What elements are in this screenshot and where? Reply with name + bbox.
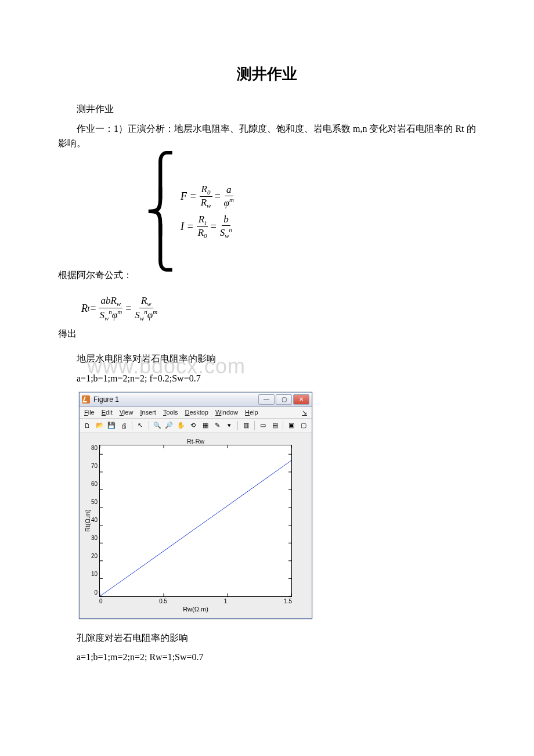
plot-area: Rt-Rw Rt(Ω.m) 80 70 60 50 40 30 20 10 0 — [80, 433, 312, 618]
section-heading: 孔隙度对岩石电阻率的影响 — [58, 631, 476, 646]
link-icon[interactable]: ▾ — [224, 420, 234, 431]
zoom-out-icon[interactable]: 🔎 — [164, 420, 175, 431]
minimize-button[interactable]: — — [258, 394, 275, 405]
x-axis-ticks: 0 0.5 1 1.5 — [99, 597, 292, 604]
save-icon[interactable]: 💾 — [107, 420, 117, 431]
section-heading: 地层水电阻率对岩石电阻率的影响 — [58, 351, 476, 366]
undock-icon[interactable]: ▢ — [298, 420, 309, 431]
x-axis-label: Rw(Ω.m) — [99, 604, 292, 613]
zoom-in-icon[interactable]: 🔍 — [152, 420, 163, 431]
y-axis-ticks: 80 70 60 50 40 30 20 10 0 — [91, 445, 99, 596]
archie-formula-block: ⎧⎨⎩ F = R0 Rw = a φm I = — [58, 157, 476, 267]
chart-title: Rt-Rw — [83, 437, 308, 445]
menu-insert[interactable]: Insert — [140, 409, 156, 416]
menu-overflow-icon[interactable]: ↘ — [302, 409, 307, 416]
pointer-icon[interactable]: ↖ — [135, 420, 146, 431]
params-line: a=1;b=1;m=2;n=2; f=0.2;Sw=0.7 — [58, 371, 476, 386]
menu-edit[interactable]: Edit — [102, 409, 113, 416]
menu-help[interactable]: Help — [245, 409, 258, 416]
chart-axes[interactable] — [99, 445, 292, 597]
params-line: a=1;b=1;m=2;n=2; Rw=1;Sw=0.7 — [58, 650, 476, 665]
dock-icon[interactable]: ▣ — [286, 420, 297, 431]
menu-view[interactable]: View — [120, 409, 134, 416]
open-icon[interactable]: 📂 — [95, 420, 105, 431]
menu-window[interactable]: Window — [215, 409, 238, 416]
toolbar: 🗋 📂 💾 🖨 ↖ 🔍 🔎 ✋ ⟲ ▦ ✎ ▾ ▥ ▭ ▤ ▣ ▢ — [80, 419, 312, 433]
menubar: File Edit View Insert Tools Desktop Wind… — [80, 407, 312, 419]
derive-label: 得出 — [58, 326, 476, 341]
rotate-icon[interactable]: ⟲ — [188, 420, 199, 431]
paragraph: 测井作业 — [58, 102, 476, 117]
paragraph: 作业一：1）正演分析：地层水电阻率、孔隙度、饱和度、岩电系数 m,n 变化对岩石… — [58, 121, 476, 151]
menu-tools[interactable]: Tools — [163, 409, 178, 416]
brush-icon[interactable]: ✎ — [212, 420, 223, 431]
formula-intro-label: 根据阿尔奇公式： — [58, 268, 476, 283]
pan-icon[interactable]: ✋ — [176, 420, 186, 431]
print-icon[interactable]: 🖨 — [118, 420, 129, 431]
chart-svg — [100, 445, 291, 596]
new-icon[interactable]: 🗋 — [82, 420, 93, 431]
y-axis-label: Rt(Ω.m) — [83, 445, 91, 597]
close-button[interactable]: ✕ — [293, 394, 309, 405]
menu-file[interactable]: File — [84, 409, 95, 416]
datacursor-icon[interactable]: ▦ — [200, 420, 211, 431]
menu-desktop[interactable]: Desktop — [185, 409, 208, 416]
window-titlebar[interactable]: Figure 1 — ▢ ✕ — [80, 393, 312, 407]
rt-formula: Rt = abRw Swnφm = Rw Swnφm — [81, 293, 476, 323]
matlab-figure-window: Figure 1 — ▢ ✕ File Edit View Insert Too… — [79, 392, 312, 619]
legend-icon[interactable]: ▭ — [258, 420, 268, 431]
page-title: 测井作业 — [58, 64, 476, 84]
maximize-button[interactable]: ▢ — [276, 394, 292, 405]
axes-icon[interactable]: ▤ — [270, 420, 280, 431]
window-title: Figure 1 — [93, 395, 258, 404]
left-brace-icon: ⎧⎨⎩ — [145, 157, 176, 267]
colorbar-icon[interactable]: ▥ — [241, 420, 251, 431]
matlab-icon — [82, 395, 90, 404]
